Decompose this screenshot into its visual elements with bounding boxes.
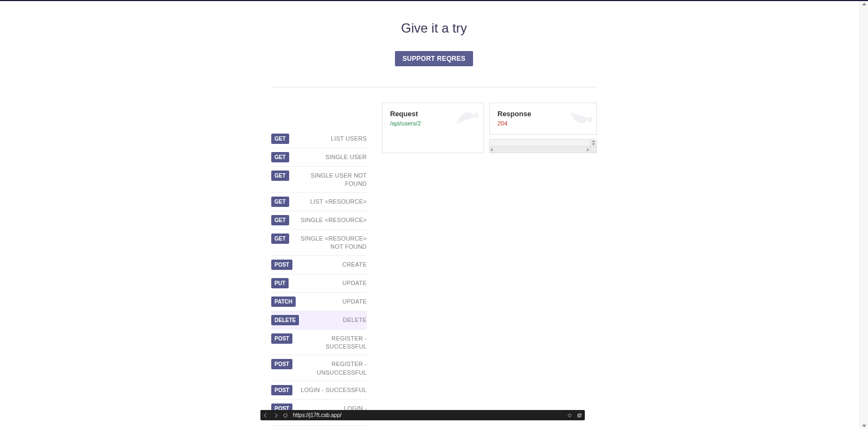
nav-forward-icon[interactable] [273,413,278,418]
response-status: 204 [497,120,589,127]
response-title: Response [497,110,589,118]
method-badge: PATCH [271,296,296,307]
method-badge: POST [271,359,292,369]
endpoint-label: UPDATE [294,278,367,287]
endpoint-row[interactable]: GETSINGLE <RESOURCE> NOT FOUND [271,230,367,256]
support-row: SUPPORT REQRES [271,51,597,66]
svg-rect-1 [578,413,581,416]
endpoint-label: UPDATE [301,296,367,306]
request-panel: Request /api/users/2 [382,103,484,153]
request-path: /api/users/2 [390,120,476,127]
preview-url[interactable]: https://j17ft.csb.app/ [293,412,562,418]
method-badge: GET [271,197,289,207]
endpoint-row[interactable]: POSTLOGIN - SUCCESSFUL [271,381,367,400]
endpoint-row[interactable]: POSTREGISTER - UNSUCCESSFUL [271,355,367,381]
scroll-up-icon[interactable] [862,3,866,5]
try-layout: GETLIST USERSGETSINGLE USERGETSINGLE USE… [271,103,597,429]
window-top-border [0,0,868,1]
method-badge: GET [271,234,289,244]
response-body[interactable] [489,139,597,153]
method-badge: GET [271,215,289,225]
method-badge: GET [271,152,289,162]
nav-back-icon[interactable] [264,413,268,418]
endpoint-row[interactable]: GETLIST <RESOURCE> [271,193,367,211]
method-badge: GET [271,171,289,181]
method-badge: GET [271,134,289,144]
panels: Request /api/users/2 Response 204 [382,103,597,153]
endpoint-row[interactable]: DELETEDELETE [271,311,367,330]
request-title: Request [390,110,476,118]
page-title: Give it a try [271,21,597,36]
page-scrollbar[interactable] [859,1,868,429]
endpoint-row[interactable]: POSTREGISTER - SUCCESSFUL [271,330,367,356]
preview-url-bar: https://j17ft.csb.app/ [260,410,585,420]
divider [271,87,597,87]
svg-rect-0 [578,414,580,417]
reload-icon[interactable] [283,413,288,418]
endpoint-label: DELETE [304,315,367,324]
response-panel: Response 204 [489,103,597,135]
endpoint-label: LIST <RESOURCE> [295,197,367,206]
endpoint-row[interactable]: PUTUPDATE [271,274,367,293]
scrollbar-horizontal[interactable] [490,146,590,153]
endpoint-label: LOGIN - SUCCESSFUL [298,385,367,394]
endpoint-label: REGISTER - SUCCESSFUL [298,333,367,351]
endpoint-label: SINGLE <RESOURCE> [295,215,367,224]
endpoint-row[interactable]: GETLIST USERS [271,130,367,148]
endpoint-label: SINGLE <RESOURCE> NOT FOUND [295,234,367,251]
endpoint-row[interactable]: GETSINGLE USER [271,148,367,167]
endpoint-list: GETLIST USERSGETSINGLE USERGETSINGLE USE… [271,130,367,429]
endpoint-label: SINGLE USER [295,152,367,161]
scroll-down-icon[interactable] [862,425,866,427]
endpoint-row[interactable]: GETSINGLE USER NOT FOUND [271,167,367,193]
scrollbar-vertical[interactable] [590,140,596,146]
expand-icon[interactable] [567,413,572,418]
method-badge: DELETE [271,315,299,325]
endpoint-row[interactable]: POSTCREATE [271,256,367,274]
endpoint-label: CREATE [298,260,367,269]
method-badge: PUT [271,278,289,288]
main-content: Give it a try SUPPORT REQRES GETLIST USE… [271,0,597,429]
endpoint-row[interactable]: GETDELAYED RESPONSE [271,426,367,429]
endpoint-row[interactable]: GETSINGLE <RESOURCE> [271,211,367,230]
endpoint-label: REGISTER - UNSUCCESSFUL [298,359,367,377]
method-badge: POST [271,260,292,270]
method-badge: POST [271,333,292,344]
scrollbar-corner [590,146,596,153]
endpoint-row[interactable]: PATCHUPDATE [271,293,367,311]
endpoint-label: SINGLE USER NOT FOUND [295,171,367,188]
support-reqres-button[interactable]: SUPPORT REQRES [395,51,473,66]
new-window-icon[interactable] [577,413,582,418]
method-badge: POST [271,385,292,395]
endpoint-label: LIST USERS [295,134,367,143]
